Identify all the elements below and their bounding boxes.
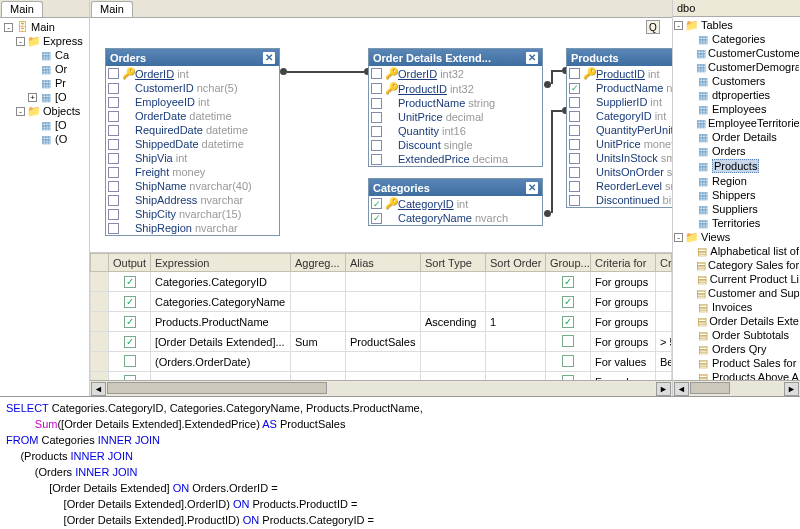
grouping-checkbox[interactable]: ✓ bbox=[562, 316, 574, 328]
column-row[interactable]: ShipName nvarchar(40) bbox=[106, 179, 279, 193]
grid-row[interactable]: ✓Categories.CategoryName✓For groups bbox=[91, 292, 672, 312]
grid-cell[interactable] bbox=[421, 352, 486, 372]
col-criteria[interactable]: Criteria bbox=[656, 254, 672, 272]
grid-cell[interactable] bbox=[346, 312, 421, 332]
diagram-area[interactable]: Q Orders✕ 🔑OrderID intCustomerID nchar(5… bbox=[90, 18, 672, 253]
column-checkbox[interactable] bbox=[108, 111, 119, 122]
grid-row[interactable]: ✓Products.ProductNameAscending1✓For grou… bbox=[91, 312, 672, 332]
tree-item[interactable]: ▦Employees bbox=[674, 102, 799, 116]
column-row[interactable]: 🔑OrderID int32 bbox=[369, 66, 542, 81]
grid-cell[interactable] bbox=[291, 352, 346, 372]
grid-cell[interactable]: Products.ProductName bbox=[151, 312, 291, 332]
tree-node[interactable]: -🗄Main bbox=[2, 20, 87, 34]
grid-cell[interactable] bbox=[656, 312, 672, 332]
column-checkbox[interactable] bbox=[569, 125, 580, 136]
column-row[interactable]: UnitPrice money bbox=[567, 137, 672, 151]
column-row[interactable]: ✓ProductName nvarch bbox=[567, 81, 672, 95]
column-row[interactable]: 🔑ProductID int bbox=[567, 66, 672, 81]
scroll-left-icon[interactable]: ◄ bbox=[674, 382, 689, 396]
tree-item[interactable]: ▤Products Above A bbox=[674, 370, 799, 380]
column-checkbox[interactable] bbox=[371, 68, 382, 79]
column-row[interactable]: ShipCity nvarchar(15) bbox=[106, 207, 279, 221]
close-icon[interactable]: ✕ bbox=[526, 52, 538, 64]
grouping-checkbox[interactable] bbox=[562, 355, 574, 367]
criteria-grid[interactable]: Output Expression Aggreg... Alias Sort T… bbox=[90, 253, 672, 380]
column-checkbox[interactable] bbox=[569, 68, 580, 79]
column-row[interactable]: ReorderLevel smallint bbox=[567, 179, 672, 193]
close-icon[interactable]: ✕ bbox=[263, 52, 275, 64]
grid-cell[interactable] bbox=[421, 292, 486, 312]
column-checkbox[interactable] bbox=[371, 83, 382, 94]
grid-row[interactable]: ✓[Order Details Extended]...SumProductSa… bbox=[91, 332, 672, 352]
column-checkbox[interactable] bbox=[108, 125, 119, 136]
center-tab-main[interactable]: Main bbox=[91, 1, 133, 17]
column-row[interactable]: ShippedDate datetime bbox=[106, 137, 279, 151]
tree-item[interactable]: ▦Shippers bbox=[674, 188, 799, 202]
tree-item[interactable]: ▦Customers bbox=[674, 74, 799, 88]
tree-item[interactable]: ▤Invoices bbox=[674, 300, 799, 314]
grouping-checkbox[interactable] bbox=[562, 375, 574, 381]
tree-node[interactable]: -📁Objects bbox=[2, 104, 87, 118]
column-row[interactable]: EmployeeID int bbox=[106, 95, 279, 109]
column-row[interactable]: RequiredDate datetime bbox=[106, 123, 279, 137]
column-row[interactable]: Freight money bbox=[106, 165, 279, 179]
column-row[interactable]: 🔑ProductID int32 bbox=[369, 81, 542, 96]
col-sortorder[interactable]: Sort Order bbox=[486, 254, 546, 272]
column-checkbox[interactable] bbox=[569, 139, 580, 150]
grid-cell[interactable]: Categories.CategoryName bbox=[151, 292, 291, 312]
diagram-table-orders[interactable]: Orders✕ 🔑OrderID intCustomerID nchar(5)E… bbox=[105, 48, 280, 236]
grid-cell[interactable] bbox=[656, 272, 672, 292]
column-row[interactable]: ShipRegion nvarchar bbox=[106, 221, 279, 235]
tree-item[interactable]: ▤Category Sales for bbox=[674, 258, 799, 272]
grid-cell[interactable] bbox=[656, 372, 672, 381]
grid-row[interactable]: (Orders.OrderDate)For valuesBetween '1/1… bbox=[91, 352, 672, 372]
tree-item[interactable]: ▦CustomerDemogra bbox=[674, 60, 799, 74]
column-row[interactable]: ✓🔑CategoryID int bbox=[369, 196, 542, 211]
diagram-table-products[interactable]: Products✕ 🔑ProductID int✓ProductName nva… bbox=[566, 48, 672, 208]
tree-toggle-icon[interactable]: - bbox=[4, 23, 13, 32]
column-row[interactable]: Quantity int16 bbox=[369, 124, 542, 138]
column-checkbox[interactable] bbox=[108, 195, 119, 206]
column-row[interactable]: QuantityPerUnit nvarch bbox=[567, 123, 672, 137]
grid-cell[interactable] bbox=[291, 312, 346, 332]
tree-toggle-icon[interactable]: - bbox=[674, 233, 683, 242]
grid-cell[interactable] bbox=[421, 332, 486, 352]
col-expression[interactable]: Expression bbox=[151, 254, 291, 272]
grid-cell[interactable]: (Orders.OrderDate) bbox=[151, 352, 291, 372]
column-checkbox[interactable] bbox=[371, 126, 382, 137]
col-output[interactable]: Output bbox=[109, 254, 151, 272]
tree-item[interactable]: ▦Categories bbox=[674, 32, 799, 46]
output-checkbox[interactable]: ✓ bbox=[124, 296, 136, 308]
column-checkbox[interactable] bbox=[108, 167, 119, 178]
tree-group[interactable]: -📁Tables bbox=[674, 18, 799, 32]
tree-item[interactable]: ▤Order Details Exte bbox=[674, 314, 799, 328]
tree-item[interactable]: ▦Orders bbox=[674, 144, 799, 158]
grid-cell[interactable] bbox=[486, 292, 546, 312]
tree-toggle-icon[interactable]: - bbox=[16, 107, 25, 116]
grid-cell[interactable] bbox=[346, 352, 421, 372]
column-checkbox[interactable] bbox=[371, 140, 382, 151]
grouping-checkbox[interactable]: ✓ bbox=[562, 296, 574, 308]
grid-cell[interactable] bbox=[486, 372, 546, 381]
grid-cell[interactable] bbox=[486, 332, 546, 352]
tree-toggle-icon[interactable]: - bbox=[16, 37, 25, 46]
column-checkbox[interactable] bbox=[569, 195, 580, 206]
column-checkbox[interactable]: ✓ bbox=[371, 213, 382, 224]
column-row[interactable]: CategoryID int bbox=[567, 109, 672, 123]
grid-cell[interactable]: For values bbox=[591, 352, 656, 372]
output-checkbox[interactable] bbox=[124, 355, 136, 367]
column-row[interactable]: 🔑OrderID int bbox=[106, 66, 279, 81]
grid-cell[interactable] bbox=[656, 292, 672, 312]
column-row[interactable]: CustomerID nchar(5) bbox=[106, 81, 279, 95]
grid-cell[interactable]: For groups bbox=[591, 312, 656, 332]
column-row[interactable]: OrderDate datetime bbox=[106, 109, 279, 123]
tree-item[interactable]: ▤Order Subtotals bbox=[674, 328, 799, 342]
right-hscroll[interactable]: ◄ ► bbox=[673, 380, 800, 396]
tree-node[interactable]: ▦(O bbox=[2, 132, 87, 146]
close-icon[interactable]: ✕ bbox=[526, 182, 538, 194]
column-checkbox[interactable] bbox=[108, 223, 119, 234]
sql-editor[interactable]: SELECT Categories.CategoryID, Categories… bbox=[0, 397, 800, 529]
tree-item[interactable]: ▦dtproperties bbox=[674, 88, 799, 102]
grid-cell[interactable] bbox=[421, 272, 486, 292]
column-checkbox[interactable] bbox=[371, 98, 382, 109]
